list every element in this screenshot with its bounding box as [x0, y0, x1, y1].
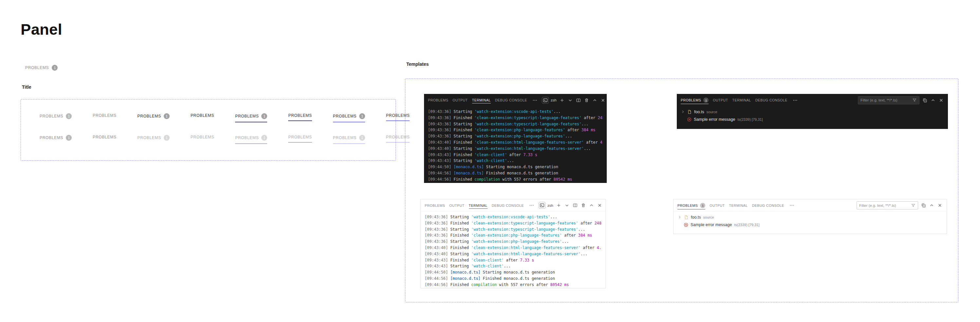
problems-tree: foo.tssourceSample error messagets(2339)…: [673, 212, 947, 228]
log-segment: after: [504, 258, 520, 262]
terminal-icon: [543, 98, 548, 103]
tab-terminal[interactable]: TERMINAL: [732, 94, 751, 106]
panel-tab-variant[interactable]: PROBLEMS1: [137, 135, 170, 144]
terminal-profile-dropdown-button[interactable]: [564, 203, 570, 208]
maximize-panel-button[interactable]: [592, 98, 598, 103]
kill-terminal-button[interactable]: [584, 98, 589, 103]
tab-terminal[interactable]: TERMINAL: [469, 199, 488, 211]
log-segment: 'clean-extension:php-language-features': [471, 233, 562, 238]
panel-tab-variant[interactable]: PROBLEMS1: [235, 135, 267, 144]
panel-tab-variant[interactable]: PROBLEMS: [191, 113, 214, 121]
terminal-log-line: [09:44:56] [monaco.d.ts] Finished monaco…: [425, 276, 601, 282]
terminal-log-line: [09:44:56] Finished compilation with 557…: [428, 176, 603, 182]
maximize-panel-button[interactable]: [930, 98, 936, 103]
log-segment: [09:43:36]: [425, 233, 450, 238]
terminal-log-line: [09:43:36] Starting 'watch-extension:typ…: [425, 227, 601, 233]
log-segment: after: [565, 128, 582, 132]
problems-error-row[interactable]: Sample error messagets(2339) [79,31]: [677, 116, 948, 123]
terminal-log-line: [09:43:40] Starting 'watch-extension:htm…: [428, 146, 603, 152]
close-panel-button[interactable]: [937, 203, 943, 208]
panel-tab-variant[interactable]: PROBLEMS: [93, 135, 116, 143]
log-segment: [09:44:56]: [428, 171, 453, 175]
terminal-log-line: [09:44:56] Finished compilation with 557…: [425, 282, 601, 288]
log-segment: ...: [584, 146, 591, 151]
log-segment: Finished: [453, 152, 474, 157]
tab-output[interactable]: OUTPUT: [713, 94, 728, 106]
more-actions-button[interactable]: [529, 203, 535, 208]
maximize-panel-button[interactable]: [589, 203, 594, 208]
close-panel-button[interactable]: [600, 98, 606, 103]
storybook-canvas: Panel PROBLEMS 1 Title PROBLEMS1PROBLEMS…: [0, 0, 980, 322]
panel-tab-variant[interactable]: PROBLEMS: [93, 113, 116, 121]
kill-terminal-button[interactable]: [581, 203, 586, 208]
more-actions-button[interactable]: [792, 98, 798, 103]
tab-output[interactable]: OUTPUT: [452, 94, 468, 106]
panel-tab-variant[interactable]: PROBLEMS1: [137, 113, 170, 122]
problems-file-row[interactable]: foo.tssource: [677, 108, 948, 116]
page-title: Panel: [21, 20, 62, 38]
tab-debug-console[interactable]: DEBUG CONSOLE: [492, 199, 524, 211]
new-terminal-button[interactable]: [556, 203, 562, 208]
terminal-profile-dropdown-button[interactable]: [568, 98, 573, 103]
collapse-all-icon: [921, 203, 926, 208]
more-actions-button[interactable]: [532, 98, 538, 103]
tab-problems[interactable]: PROBLEMS: [428, 94, 448, 106]
log-segment: ...: [554, 109, 560, 114]
log-segment: ...: [582, 122, 589, 126]
tab-label: DEBUG CONSOLE: [492, 203, 524, 208]
close-panel-button[interactable]: [597, 203, 603, 208]
tab-terminal[interactable]: TERMINAL: [729, 199, 748, 211]
panel-tab-variant[interactable]: PROBLEMS: [288, 113, 312, 121]
tab-debug-console[interactable]: DEBUG CONSOLE: [756, 94, 788, 106]
tab-output[interactable]: OUTPUT: [710, 199, 725, 211]
panel-tab-variant[interactable]: PROBLEMS1: [40, 135, 72, 144]
tab-label: PROBLEMS: [137, 114, 161, 119]
log-segment: 384 ms: [582, 128, 596, 132]
tab-terminal[interactable]: TERMINAL: [472, 94, 491, 106]
log-segment: Starting: [450, 239, 471, 244]
shell-profile-select[interactable]: zsh: [542, 97, 557, 104]
panel-tab-variant[interactable]: PROBLEMS: [191, 135, 214, 143]
panel-tab-variant[interactable]: PROBLEMS1: [333, 113, 365, 122]
tab-problems[interactable]: PROBLEMS: [425, 199, 445, 211]
log-segment: [09:43:36]: [428, 109, 453, 114]
problems-error-row[interactable]: Sample error messagets(2339) [79,31]: [673, 221, 947, 228]
panel-tab-bar: PROBLEMS1OUTPUTTERMINALDEBUG CONSOLE: [673, 199, 947, 212]
collapse-all-button[interactable]: [922, 98, 928, 103]
log-segment: 'watch-client': [474, 159, 507, 163]
chevron-right-icon: [681, 109, 685, 114]
collapse-all-button[interactable]: [921, 203, 926, 208]
new-terminal-button[interactable]: [559, 98, 565, 103]
tab-output[interactable]: OUTPUT: [449, 199, 464, 211]
terminal-log-line: [09:43:36] Finished 'clean-extension:php…: [425, 232, 601, 239]
terminal-log-line: [09:44:50] [monaco.d.ts] Starting monaco…: [425, 269, 601, 276]
tab-problems[interactable]: PROBLEMS1: [678, 199, 705, 211]
more-actions-button[interactable]: [789, 203, 795, 208]
log-segment: [09:43:43]: [425, 264, 450, 268]
panel-tab-variant[interactable]: PROBLEMS: [288, 135, 312, 143]
title-variants-box: PROBLEMS1PROBLEMSPROBLEMS1PROBLEMSPROBLE…: [21, 99, 396, 161]
shell-profile-select[interactable]: zsh: [539, 202, 554, 209]
log-segment: with 557 errors after: [497, 282, 550, 287]
tab-problems[interactable]: PROBLEMS1: [681, 94, 709, 106]
tab-counter-badge: 1: [66, 135, 72, 141]
close-panel-button[interactable]: [939, 98, 944, 103]
sample-panel-tab[interactable]: PROBLEMS 1: [25, 65, 57, 71]
tab-counter-badge: 1: [52, 65, 57, 71]
tab-label: PROBLEMS: [191, 135, 214, 140]
log-segment: Starting: [450, 264, 471, 268]
filter-input[interactable]: [861, 98, 910, 102]
tab-debug-console[interactable]: DEBUG CONSOLE: [495, 94, 527, 106]
panel-tab-variant[interactable]: PROBLEMS1: [333, 135, 365, 144]
panel-tab-variant[interactable]: PROBLEMS1: [235, 113, 267, 122]
panel-tab-variant[interactable]: PROBLEMS1: [40, 113, 72, 122]
split-terminal-button[interactable]: [572, 203, 578, 208]
split-terminal-button[interactable]: [576, 98, 581, 103]
maximize-panel-button[interactable]: [929, 203, 934, 208]
terminal-log-line: [09:44:56] [monaco.d.ts] Finished monaco…: [428, 170, 603, 176]
log-segment: Starting: [453, 122, 474, 126]
filter-input[interactable]: [859, 203, 909, 208]
log-segment: [09:44:56]: [428, 177, 453, 182]
problems-file-row[interactable]: foo.tssource: [673, 213, 947, 221]
tab-debug-console[interactable]: DEBUG CONSOLE: [752, 199, 784, 211]
